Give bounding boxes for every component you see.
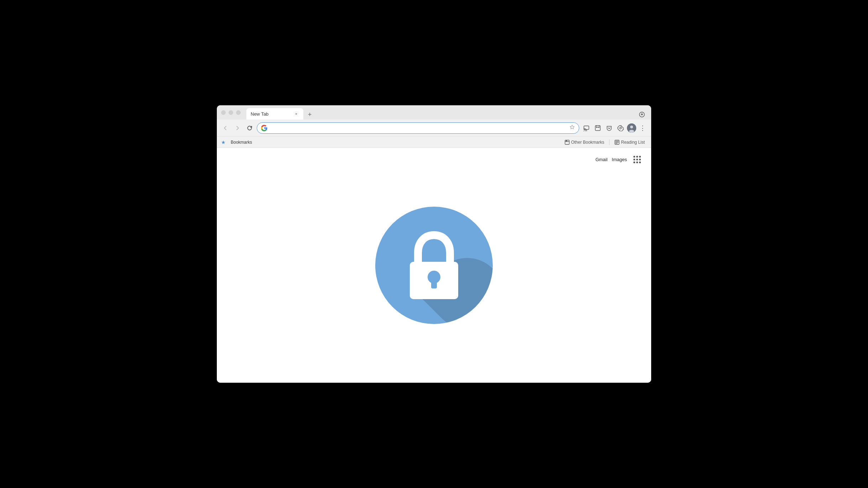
back-button[interactable] [220,123,230,133]
media-router-icon[interactable] [581,123,591,133]
lock-icon [402,230,466,301]
other-bookmarks-item[interactable]: Other Bookmarks [563,139,606,145]
nav-bar: ⋮ [217,120,651,137]
traffic-light-maximize[interactable] [236,110,241,115]
reload-button[interactable] [245,123,255,133]
svg-rect-13 [431,281,437,288]
svg-point-7 [629,130,634,133]
address-input[interactable] [257,122,579,134]
extensions-icon[interactable] [616,123,626,133]
lock-circle [375,207,493,324]
google-top-right: Gmail Images [595,154,643,165]
save-icon[interactable] [593,123,603,133]
svg-rect-3 [595,126,600,131]
svg-point-2 [584,131,584,131]
chrome-menu-button[interactable]: ⋮ [638,123,648,133]
bookmarks-label[interactable]: Bookmarks [229,139,254,145]
pocket-icon[interactable] [604,123,614,133]
traffic-light-close[interactable] [221,110,226,115]
gmail-link[interactable]: Gmail [595,157,607,162]
forward-button[interactable] [232,123,242,133]
apps-grid-icon [633,156,641,163]
svg-point-6 [630,126,633,128]
svg-point-4 [620,127,622,129]
active-tab[interactable]: New Tab × [246,108,303,120]
title-bar: New Tab × + [217,105,651,120]
svg-rect-9 [566,140,567,141]
bookmarks-separator [609,139,610,145]
bookmarks-star-icon: ★ [221,139,226,145]
tab-close-button[interactable]: × [293,111,299,117]
bookmark-star-icon[interactable] [569,124,575,132]
traffic-light-minimize[interactable] [229,110,233,115]
google-apps-button[interactable] [631,154,643,165]
address-bar-wrapper [257,122,579,134]
toolbar-icons: ⋮ [581,123,648,133]
profile-avatar[interactable] [627,123,636,133]
lock-center [217,148,651,383]
tab-title: New Tab [251,111,291,117]
browser-window: New Tab × + [217,105,651,383]
new-tab-button[interactable]: + [305,110,315,120]
reading-list-item[interactable]: Reading List [612,139,647,145]
reading-list-label: Reading List [621,140,645,145]
images-link[interactable]: Images [612,157,627,162]
svg-rect-1 [584,126,589,129]
traffic-lights [221,110,241,115]
page-content: Gmail Images [217,148,651,383]
tabs-area: New Tab × + [246,105,647,120]
bookmarks-right: Other Bookmarks Reading List [563,139,647,145]
download-icon[interactable] [637,110,647,120]
other-bookmarks-label: Other Bookmarks [571,140,604,145]
bookmarks-bar: ★ Bookmarks Other Bookmarks Reading List [217,137,651,148]
